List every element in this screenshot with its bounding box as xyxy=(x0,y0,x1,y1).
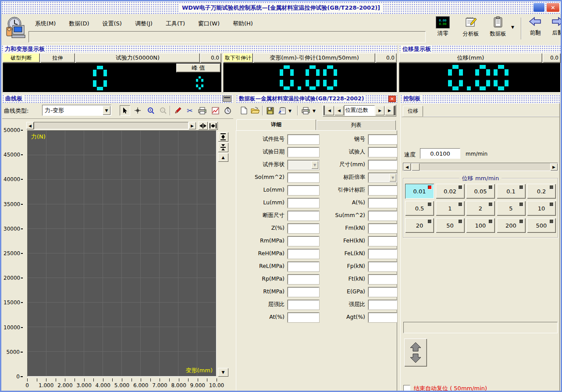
nav-last-button[interactable]: ▶ xyxy=(385,106,395,115)
scissors-tool-button[interactable]: ✂ xyxy=(185,105,195,116)
plot-area[interactable]: 力(N) 变形(mm) xyxy=(27,130,217,377)
crosshair-tool-button[interactable] xyxy=(132,105,143,116)
menu-item-4[interactable]: 工具(T) xyxy=(159,18,192,29)
field-input-right[interactable] xyxy=(368,147,397,157)
speed-button-0.5[interactable]: 0.5 xyxy=(405,201,434,216)
field-input-left[interactable] xyxy=(288,135,319,144)
zoom-in-tool-button[interactable] xyxy=(146,105,156,116)
menu-item-1[interactable]: 数据(D) xyxy=(62,18,96,29)
save-dropdown-button[interactable]: ▼ xyxy=(288,109,292,113)
peak-value-button[interactable]: 峰 值 xyxy=(176,64,221,72)
field-input-left[interactable] xyxy=(288,211,319,221)
slider-right-button[interactable]: ▶ xyxy=(550,163,558,171)
field-input-right[interactable] xyxy=(368,287,397,297)
field-input-left[interactable] xyxy=(288,300,319,310)
analysis-board-button[interactable]: 分析板 xyxy=(457,16,484,42)
jog-up-down-button[interactable] xyxy=(404,339,427,367)
field-input-left[interactable]: ▼ xyxy=(288,160,319,170)
open-file-button[interactable] xyxy=(250,105,260,116)
speed-button-2[interactable]: 2 xyxy=(466,201,495,216)
field-input-right[interactable] xyxy=(368,224,397,233)
slider-left-button[interactable]: ◀ xyxy=(403,163,411,171)
speed-button-100[interactable]: 100 xyxy=(466,218,495,233)
print-dropdown-button[interactable]: ▼ xyxy=(313,109,316,113)
x-expand-button[interactable] xyxy=(208,121,218,130)
print-report-button[interactable] xyxy=(300,105,311,116)
hscroll-track[interactable] xyxy=(34,122,189,129)
vscroll-up-button[interactable]: ▲ xyxy=(218,153,228,162)
field-input-left[interactable] xyxy=(288,249,319,259)
break-judge-button[interactable]: 破型判断 xyxy=(3,53,40,63)
pointer-tool-button[interactable] xyxy=(120,105,130,116)
notes-button[interactable] xyxy=(277,105,288,116)
hscroll-right-button[interactable]: ▶ xyxy=(189,122,196,129)
menu-item-0[interactable]: 系统(M) xyxy=(28,18,62,29)
nav-next-button[interactable]: ▶ xyxy=(375,106,384,115)
new-record-button[interactable] xyxy=(238,105,249,116)
speed-button-0.05[interactable]: 0.05 xyxy=(466,184,495,199)
field-input-left[interactable] xyxy=(288,262,319,271)
field-input-right[interactable] xyxy=(368,274,397,284)
x-compress-button[interactable] xyxy=(198,121,208,130)
tab-list[interactable]: 列表 xyxy=(317,120,396,130)
minimize-button[interactable]: _ xyxy=(533,3,545,12)
slider-thumb[interactable] xyxy=(412,163,420,171)
toolbar-dropdown-button[interactable]: ▼ xyxy=(511,25,514,29)
field-input-right[interactable] xyxy=(368,300,397,310)
speed-button-5[interactable]: 5 xyxy=(497,201,526,216)
speed-button-0.1[interactable]: 0.1 xyxy=(497,184,526,199)
speed-button-10[interactable]: 10 xyxy=(527,201,556,216)
field-input-left[interactable] xyxy=(288,274,319,284)
pen-tool-button[interactable] xyxy=(172,105,183,116)
save-button[interactable] xyxy=(265,105,275,116)
prev-page-button[interactable]: 前翻 xyxy=(525,16,546,42)
speed-button-0.01[interactable]: 0.01 xyxy=(405,184,434,199)
hscroll-left-button[interactable]: ◀ xyxy=(26,122,34,129)
speed-button-0.2[interactable]: 0.2 xyxy=(527,184,556,199)
field-input-right[interactable] xyxy=(368,211,397,221)
field-input-right[interactable]: ▼ xyxy=(368,173,397,182)
speed-button-1[interactable]: 1 xyxy=(436,201,465,216)
chevron-down-icon[interactable]: ▼ xyxy=(103,106,110,115)
timer-tool-button[interactable] xyxy=(222,105,233,116)
y-expand-button[interactable] xyxy=(218,132,228,142)
speed-input[interactable]: 0.0100 xyxy=(420,148,460,159)
chart-tool-button[interactable] xyxy=(210,105,221,116)
remove-extensometer-button[interactable]: 取下引伸计 xyxy=(223,53,253,63)
next-page-button[interactable]: 后翻 xyxy=(548,16,562,42)
field-input-left[interactable] xyxy=(288,185,319,195)
field-input-right[interactable] xyxy=(368,160,397,170)
field-input-right[interactable] xyxy=(368,198,397,208)
nav-prev-button[interactable]: ◀ xyxy=(334,106,344,115)
field-input-right[interactable] xyxy=(368,135,397,144)
speed-button-50[interactable]: 50 xyxy=(436,218,465,233)
vscroll-down-button[interactable]: ▼ xyxy=(218,368,228,377)
nav-first-button[interactable]: ◀ xyxy=(324,106,334,115)
speed-button-0.02[interactable]: 0.02 xyxy=(436,184,465,199)
field-input-left[interactable] xyxy=(288,147,319,157)
speed-button-200[interactable]: 200 xyxy=(497,218,526,233)
field-input-right[interactable] xyxy=(368,262,397,271)
curve-type-select[interactable]: 力-变形 ▼ xyxy=(42,105,111,116)
speed-button-500[interactable]: 500 xyxy=(527,218,556,233)
speed-button-20[interactable]: 20 xyxy=(405,218,434,233)
data-board-button[interactable]: 数据板 xyxy=(485,16,511,42)
menu-item-3[interactable]: 调整(J) xyxy=(128,18,159,29)
maximize-icon[interactable] xyxy=(223,96,231,102)
auto-reset-checkbox[interactable] xyxy=(403,385,410,392)
tab-displacement[interactable]: 位移 xyxy=(403,106,423,117)
tab-detail[interactable]: 详细 xyxy=(236,119,316,130)
field-input-right[interactable] xyxy=(368,185,397,195)
speed-slider[interactable]: ◀ ▶ xyxy=(403,163,558,171)
field-input-left[interactable] xyxy=(288,313,319,322)
field-input-left[interactable] xyxy=(288,198,319,208)
menu-item-5[interactable]: 窗口(W) xyxy=(192,18,226,29)
zoom-out-tool-button[interactable] xyxy=(158,105,168,116)
print-curve-button[interactable] xyxy=(197,105,207,116)
field-input-left[interactable] xyxy=(288,224,319,233)
field-input-right[interactable] xyxy=(368,236,397,246)
data-panel-close-button[interactable]: ✕ xyxy=(388,96,396,102)
clear-zero-button[interactable]: 0.00 0.00 清零 xyxy=(430,16,455,42)
field-input-right[interactable] xyxy=(368,313,397,322)
tensile-button[interactable]: 拉伸 xyxy=(40,53,75,63)
